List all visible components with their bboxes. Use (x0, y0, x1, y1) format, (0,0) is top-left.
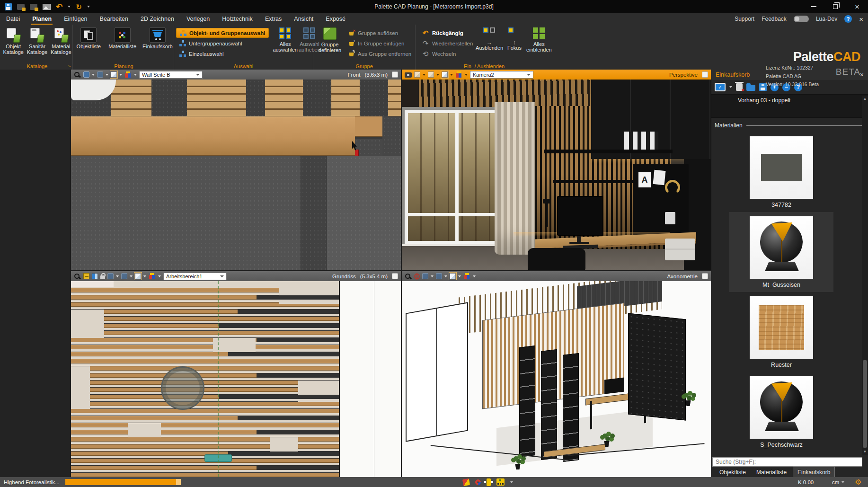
menu-verlegen[interactable]: Verlegen (180, 14, 216, 24)
material-item[interactable]: S_Pechschwarz (729, 372, 833, 452)
panel-close-icon[interactable]: × (860, 71, 864, 78)
tab-einkaufskorb[interactable]: Einkaufskorb (793, 467, 835, 477)
rueckgaengig-button[interactable]: ↶ Rückgängig (418, 28, 474, 38)
color-cube-icon[interactable] (455, 71, 462, 78)
import-icon[interactable] (17, 4, 25, 10)
hierarchy-dropdown-icon[interactable] (510, 481, 513, 483)
search-input[interactable] (712, 457, 862, 467)
menu-planen[interactable]: Planen (26, 14, 58, 24)
close-button[interactable]: × (846, 0, 868, 13)
color-cube-icon[interactable] (463, 273, 470, 280)
view-cube-icon[interactable] (450, 273, 456, 279)
objektliste-button[interactable]: Objektliste (74, 27, 104, 49)
image-icon[interactable] (43, 4, 51, 10)
hierarchy-icon[interactable] (496, 478, 505, 486)
gruppe-aufloesen-button[interactable]: × Gruppe auflösen (345, 28, 415, 38)
apply-dropdown-icon[interactable] (729, 86, 732, 88)
minimize-button[interactable] (803, 0, 824, 13)
einkaufskorb-button[interactable]: Einkaufskorb (142, 27, 174, 49)
undo-icon[interactable]: ↶ (56, 3, 62, 11)
camera-selector-dropdown[interactable]: Kamera2 (470, 71, 533, 79)
workspace-selector-dropdown[interactable]: Arbeitsbereich1 (163, 273, 227, 280)
delete-icon[interactable]: × (736, 83, 743, 91)
settings-gear-icon[interactable]: ⚙ (855, 478, 861, 487)
camera-icon[interactable] (405, 72, 412, 78)
basket-object-list[interactable]: Vorhang 03 - doppelt (711, 94, 868, 118)
scroll-down-icon[interactable]: ▼ (862, 449, 868, 455)
ribbon-close-icon[interactable]: × (859, 15, 863, 23)
wall-selector-dropdown[interactable]: Wall Seite B (139, 71, 203, 79)
untergruppenauswahl-button[interactable]: Untergruppenauswahl (176, 38, 269, 48)
maximize-viewport-icon[interactable] (392, 273, 398, 279)
export-icon[interactable] (30, 4, 37, 10)
alles-einblenden-button[interactable]: Alles einblenden (525, 27, 553, 53)
redo-icon[interactable]: ↻ (76, 3, 82, 10)
basket-item[interactable]: Vorhang 03 - doppelt (738, 97, 790, 104)
in-gruppe-einfuegen-button[interactable]: + In Gruppe einfügen (345, 38, 415, 48)
ausblenden-button[interactable]: → Ausblenden (475, 27, 504, 51)
sanitaer-kataloge-button[interactable]: Sanitär Kataloge (26, 27, 48, 55)
menu-extras[interactable]: Extras (259, 14, 288, 24)
lock-icon[interactable] (100, 275, 105, 279)
menu-bearbeiten[interactable]: Bearbeiten (94, 14, 134, 24)
snap-magnet-icon[interactable] (474, 478, 482, 486)
view-cube-icon[interactable] (135, 273, 141, 279)
maximize-viewport-icon[interactable] (702, 71, 708, 78)
scroll-up-icon[interactable]: ▲ (862, 96, 868, 102)
viewport-axonometry[interactable]: Axonometrie (402, 271, 711, 477)
roof-tool-icon[interactable] (462, 478, 470, 486)
support-link[interactable]: Support (735, 16, 754, 22)
maximize-viewport-icon[interactable] (392, 71, 398, 78)
tab-objektliste[interactable]: Objektliste (715, 468, 750, 477)
display-mode-icon[interactable] (107, 273, 114, 279)
viewport-perspective[interactable]: Kamera2 Perspektive (402, 70, 711, 270)
material-item[interactable]: 347782 (729, 132, 833, 212)
kataloge-dialog-launcher-icon[interactable]: ↘ (67, 64, 71, 68)
zoom-icon[interactable] (405, 273, 412, 280)
maximize-viewport-icon[interactable] (702, 273, 708, 279)
objekt-kataloge-button[interactable]: Objekt Kataloge (2, 27, 25, 55)
wechseln-button[interactable]: ⟲ Wechseln (418, 49, 474, 59)
viewport-plan[interactable]: Arbeitsbereich1 Grundriss (5.3x5.4 m) (71, 271, 401, 477)
menu-ansicht[interactable]: Ansicht (288, 14, 319, 24)
feedback-link[interactable]: Feedback (762, 16, 787, 22)
scrollbar-thumb[interactable] (863, 360, 867, 448)
menu-einfuegen[interactable]: Einfügen (58, 14, 93, 24)
quick-access-more-icon[interactable] (87, 6, 90, 8)
restore-button[interactable] (824, 0, 846, 13)
open-folder-icon[interactable] (746, 85, 755, 91)
aus-gruppe-entfernen-button[interactable]: ↰ Aus Gruppe entfernen (345, 49, 415, 59)
render-mode-icon[interactable] (121, 273, 127, 279)
save-icon[interactable] (5, 3, 12, 10)
lua-dev-toggle[interactable] (794, 16, 809, 22)
viewport-front[interactable]: Wall Seite B Front (3.6x3 m) (71, 70, 401, 270)
undo-dropdown-icon[interactable] (68, 6, 71, 8)
objekt-und-gruppenauswahl-button[interactable]: Objekt- und Gruppenauswahl (176, 28, 269, 38)
alles-auswaehlen-button[interactable]: Alles auswählen (273, 27, 298, 53)
apply-to-view-icon[interactable]: ✓ (715, 83, 726, 91)
color-cube-icon[interactable] (149, 273, 156, 280)
render-mode-icon[interactable] (436, 273, 442, 279)
einzelauswahl-button[interactable]: Einzelauswahl (176, 49, 269, 59)
fitting-icon[interactable] (487, 478, 491, 486)
menu-2d-zeichnen[interactable]: 2D Zeichnen (134, 14, 180, 24)
material-item[interactable]: Mt_Gusseisen (729, 212, 833, 292)
display-mode-icon[interactable] (83, 71, 89, 78)
zoom-icon[interactable] (74, 71, 81, 78)
material-item[interactable]: Ruester (729, 292, 833, 372)
help-icon[interactable]: ? (844, 15, 852, 23)
color-cube-icon[interactable] (124, 71, 132, 78)
split-view-icon[interactable] (92, 273, 98, 279)
fokus-button[interactable]: ↑ Fokus (505, 27, 524, 51)
menu-holztechnik[interactable]: Holztechnik (216, 14, 259, 24)
rotate-axes-icon[interactable] (414, 274, 420, 279)
menu-datei[interactable]: Datei (0, 14, 26, 24)
panel-scrollbar[interactable]: ▲ ▼ (862, 96, 868, 455)
view-cube-icon[interactable] (111, 71, 117, 78)
selection-handle[interactable] (355, 150, 359, 156)
wiederherstellen-button[interactable]: ↷ Wiederherstellen (418, 38, 474, 48)
view-cube-icon[interactable] (442, 71, 448, 78)
unit-selector[interactable]: cm (832, 479, 844, 485)
gruppe-definieren-button[interactable]: Gruppe definieren (315, 27, 345, 53)
display-mode-icon[interactable] (422, 273, 428, 279)
